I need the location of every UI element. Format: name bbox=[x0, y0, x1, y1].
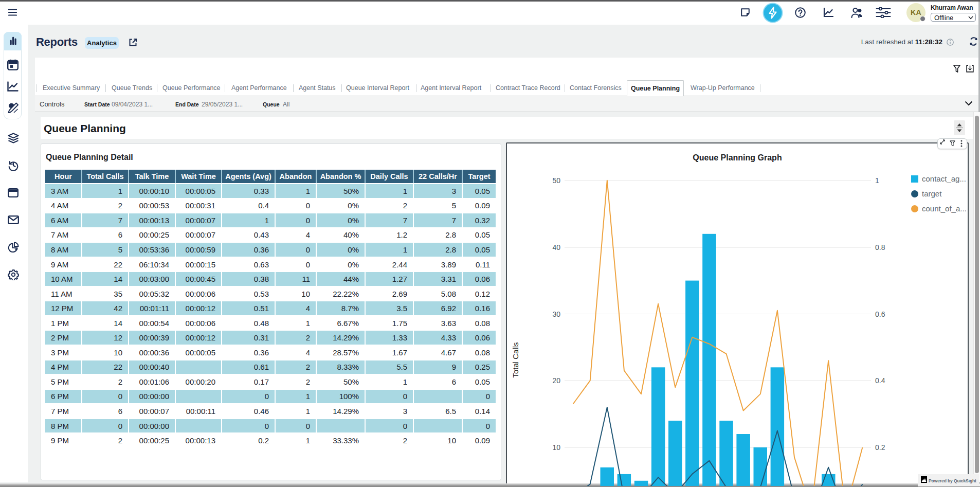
svg-text:10: 10 bbox=[552, 443, 560, 452]
svg-text:50: 50 bbox=[552, 176, 560, 185]
svg-text:30: 30 bbox=[552, 310, 560, 318]
svg-text:40: 40 bbox=[552, 243, 560, 251]
svg-text:0.4: 0.4 bbox=[875, 376, 885, 385]
svg-text:0.2: 0.2 bbox=[875, 443, 885, 452]
svg-text:0.6: 0.6 bbox=[875, 310, 885, 318]
svg-text:target: target bbox=[922, 189, 942, 198]
svg-text:Queue Planning Graph: Queue Planning Graph bbox=[693, 153, 782, 162]
svg-text:0.8: 0.8 bbox=[875, 243, 885, 251]
svg-text:1: 1 bbox=[875, 176, 879, 185]
svg-text:20: 20 bbox=[552, 376, 560, 385]
svg-text:Total Calls: Total Calls bbox=[511, 342, 520, 377]
svg-text:contact_ag...: contact_ag... bbox=[922, 174, 966, 183]
svg-text:count_of_a...: count_of_a... bbox=[922, 204, 967, 213]
